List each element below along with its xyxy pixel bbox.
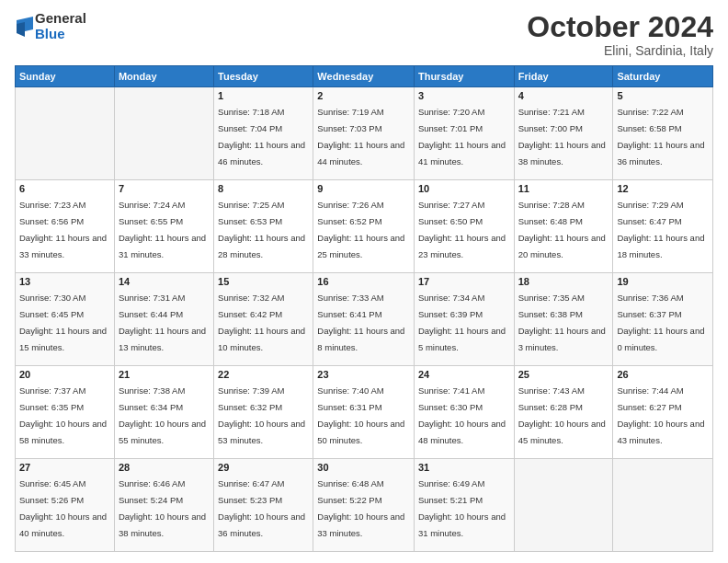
cell-daylight: Daylight: 11 hours and 25 minutes. bbox=[317, 233, 404, 259]
cell-3-2: 22 Sunrise: 7:39 AM Sunset: 6:32 PM Dayl… bbox=[214, 366, 313, 459]
cell-3-1: 21 Sunrise: 7:38 AM Sunset: 6:34 PM Dayl… bbox=[114, 366, 213, 459]
cell-sunrise: Sunrise: 7:19 AM bbox=[317, 107, 383, 117]
cell-daylight: Daylight: 10 hours and 45 minutes. bbox=[518, 419, 606, 445]
cell-daylight: Daylight: 11 hours and 44 minutes. bbox=[317, 140, 404, 167]
cell-daylight: Daylight: 11 hours and 5 minutes. bbox=[418, 326, 506, 352]
cell-sunrise: Sunrise: 6:47 AM bbox=[218, 478, 284, 488]
cell-sunrise: Sunrise: 7:43 AM bbox=[518, 385, 585, 396]
title-block: October 2024 Elini, Sardinia, Italy bbox=[527, 11, 713, 58]
cell-sunset: Sunset: 5:24 PM bbox=[119, 495, 183, 505]
cell-day: 16 bbox=[317, 276, 410, 287]
cell-1-0: 6 Sunrise: 7:23 AM Sunset: 6:56 PM Dayli… bbox=[16, 180, 115, 273]
cell-1-4: 10 Sunrise: 7:27 AM Sunset: 6:50 PM Dayl… bbox=[414, 180, 514, 273]
title-location: Elini, Sardinia, Italy bbox=[527, 43, 713, 58]
cell-sunset: Sunset: 6:58 PM bbox=[617, 123, 681, 133]
cell-4-6 bbox=[613, 459, 713, 552]
cell-day: 13 bbox=[19, 276, 110, 287]
cell-daylight: Daylight: 11 hours and 18 minutes. bbox=[617, 233, 704, 259]
cell-day: 31 bbox=[418, 462, 510, 473]
cell-day: 10 bbox=[418, 183, 510, 194]
cell-2-5: 18 Sunrise: 7:35 AM Sunset: 6:38 PM Dayl… bbox=[514, 273, 613, 366]
week-row-3: 13 Sunrise: 7:30 AM Sunset: 6:45 PM Dayl… bbox=[16, 273, 713, 366]
cell-day: 17 bbox=[418, 276, 510, 287]
cell-sunset: Sunset: 6:41 PM bbox=[317, 309, 381, 319]
cell-sunset: Sunset: 6:35 PM bbox=[19, 402, 84, 412]
cell-day: 25 bbox=[518, 369, 609, 380]
cell-sunrise: Sunrise: 7:33 AM bbox=[317, 293, 383, 303]
cell-4-0: 27 Sunrise: 6:45 AM Sunset: 5:26 PM Dayl… bbox=[16, 459, 115, 552]
cell-sunrise: Sunrise: 7:22 AM bbox=[617, 107, 683, 117]
cell-sunrise: Sunrise: 7:25 AM bbox=[218, 200, 284, 210]
logo-general-text: General bbox=[35, 11, 86, 27]
cell-2-6: 19 Sunrise: 7:36 AM Sunset: 6:37 PM Dayl… bbox=[613, 273, 713, 366]
cell-3-4: 24 Sunrise: 7:41 AM Sunset: 6:30 PM Dayl… bbox=[414, 366, 514, 459]
cell-daylight: Daylight: 11 hours and 20 minutes. bbox=[518, 233, 606, 259]
cell-daylight: Daylight: 11 hours and 31 minutes. bbox=[119, 233, 206, 259]
cell-daylight: Daylight: 11 hours and 10 minutes. bbox=[218, 326, 305, 352]
cell-sunrise: Sunrise: 7:21 AM bbox=[518, 107, 585, 117]
cell-day: 6 bbox=[19, 183, 110, 194]
cell-4-2: 29 Sunrise: 6:47 AM Sunset: 5:23 PM Dayl… bbox=[214, 459, 313, 552]
cell-3-3: 23 Sunrise: 7:40 AM Sunset: 6:31 PM Dayl… bbox=[313, 366, 415, 459]
cell-sunset: Sunset: 6:34 PM bbox=[119, 402, 183, 412]
cell-2-3: 16 Sunrise: 7:33 AM Sunset: 6:41 PM Dayl… bbox=[313, 273, 415, 366]
week-row-4: 20 Sunrise: 7:37 AM Sunset: 6:35 PM Dayl… bbox=[16, 366, 713, 459]
cell-4-1: 28 Sunrise: 6:46 AM Sunset: 5:24 PM Dayl… bbox=[114, 459, 213, 552]
cell-sunset: Sunset: 6:38 PM bbox=[518, 309, 583, 319]
cell-sunrise: Sunrise: 7:31 AM bbox=[119, 293, 185, 303]
cell-sunset: Sunset: 6:52 PM bbox=[317, 216, 381, 226]
col-thursday: Thursday bbox=[414, 66, 514, 87]
cell-1-3: 9 Sunrise: 7:26 AM Sunset: 6:52 PM Dayli… bbox=[313, 180, 415, 273]
cell-sunrise: Sunrise: 7:30 AM bbox=[19, 293, 85, 303]
col-friday: Friday bbox=[514, 66, 613, 87]
cell-4-5 bbox=[514, 459, 613, 552]
cell-sunset: Sunset: 7:00 PM bbox=[518, 123, 583, 133]
cell-sunrise: Sunrise: 7:38 AM bbox=[119, 385, 185, 396]
cell-0-3: 2 Sunrise: 7:19 AM Sunset: 7:03 PM Dayli… bbox=[313, 87, 415, 180]
cell-sunrise: Sunrise: 7:41 AM bbox=[418, 385, 484, 396]
cell-sunset: Sunset: 6:56 PM bbox=[19, 216, 84, 226]
col-monday: Monday bbox=[114, 66, 213, 87]
cell-0-4: 3 Sunrise: 7:20 AM Sunset: 7:01 PM Dayli… bbox=[414, 87, 514, 180]
cell-sunrise: Sunrise: 6:48 AM bbox=[317, 478, 383, 488]
cell-day: 3 bbox=[418, 90, 510, 101]
cell-daylight: Daylight: 11 hours and 38 minutes. bbox=[518, 140, 606, 167]
cell-day: 8 bbox=[218, 183, 309, 194]
header-row: Sunday Monday Tuesday Wednesday Thursday… bbox=[16, 66, 713, 87]
cell-sunrise: Sunrise: 7:29 AM bbox=[617, 200, 683, 210]
cell-day: 29 bbox=[218, 462, 309, 473]
cell-sunset: Sunset: 6:39 PM bbox=[418, 309, 483, 319]
cell-daylight: Daylight: 11 hours and 41 minutes. bbox=[418, 140, 506, 167]
cell-sunrise: Sunrise: 7:32 AM bbox=[218, 293, 284, 303]
cell-daylight: Daylight: 10 hours and 36 minutes. bbox=[218, 511, 305, 538]
cell-day: 2 bbox=[317, 90, 410, 101]
cell-4-3: 30 Sunrise: 6:48 AM Sunset: 5:22 PM Dayl… bbox=[313, 459, 415, 552]
cell-sunset: Sunset: 6:47 PM bbox=[617, 216, 681, 226]
cell-day: 27 bbox=[19, 462, 110, 473]
cell-0-6: 5 Sunrise: 7:22 AM Sunset: 6:58 PM Dayli… bbox=[613, 87, 713, 180]
page: General Blue October 2024 Elini, Sardini… bbox=[0, 0, 728, 563]
cell-0-5: 4 Sunrise: 7:21 AM Sunset: 7:00 PM Dayli… bbox=[514, 87, 613, 180]
cell-daylight: Daylight: 11 hours and 8 minutes. bbox=[317, 326, 404, 352]
cell-sunrise: Sunrise: 7:27 AM bbox=[418, 200, 484, 210]
cell-daylight: Daylight: 10 hours and 31 minutes. bbox=[418, 511, 506, 538]
col-wednesday: Wednesday bbox=[313, 66, 415, 87]
cell-daylight: Daylight: 11 hours and 46 minutes. bbox=[218, 140, 305, 167]
cell-sunrise: Sunrise: 7:44 AM bbox=[617, 385, 683, 396]
cell-sunset: Sunset: 6:53 PM bbox=[218, 216, 282, 226]
cell-daylight: Daylight: 10 hours and 58 minutes. bbox=[19, 419, 107, 445]
cell-daylight: Daylight: 10 hours and 53 minutes. bbox=[218, 419, 305, 445]
cell-day: 4 bbox=[518, 90, 609, 101]
cell-day: 21 bbox=[119, 369, 210, 380]
cell-1-6: 12 Sunrise: 7:29 AM Sunset: 6:47 PM Dayl… bbox=[613, 180, 713, 273]
cell-sunset: Sunset: 6:27 PM bbox=[617, 402, 681, 412]
cell-sunset: Sunset: 6:45 PM bbox=[19, 309, 84, 319]
cell-day: 15 bbox=[218, 276, 309, 287]
cell-1-5: 11 Sunrise: 7:28 AM Sunset: 6:48 PM Dayl… bbox=[514, 180, 613, 273]
cell-daylight: Daylight: 11 hours and 36 minutes. bbox=[617, 140, 704, 167]
logo-icon bbox=[17, 17, 33, 37]
col-saturday: Saturday bbox=[613, 66, 713, 87]
cell-0-2: 1 Sunrise: 7:18 AM Sunset: 7:04 PM Dayli… bbox=[214, 87, 313, 180]
cell-sunrise: Sunrise: 7:26 AM bbox=[317, 200, 383, 210]
cell-sunset: Sunset: 6:28 PM bbox=[518, 402, 583, 412]
